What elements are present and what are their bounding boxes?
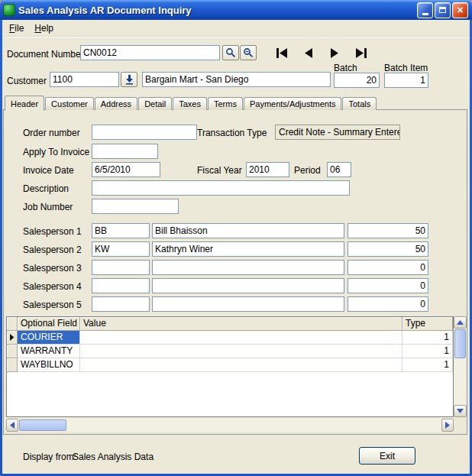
window-title: Sales Analysis AR Document Inquiry	[18, 5, 414, 16]
job-number-input[interactable]	[92, 199, 179, 214]
cell-type[interactable]: 1	[402, 358, 453, 372]
transaction-type-label: Transaction Type	[197, 128, 267, 138]
scroll-up-button[interactable]	[454, 316, 467, 329]
batch-label: Batch	[334, 63, 357, 73]
document-number-label: Document Number	[7, 49, 84, 60]
batch-item-input[interactable]	[384, 73, 428, 88]
grid-header-row: Optional Field Value Type	[7, 317, 453, 331]
salesperson-5-label: Salesperson 5	[23, 300, 82, 310]
order-number-label: Order number	[23, 128, 80, 138]
menu-help[interactable]: Help	[29, 21, 59, 35]
previous-record-icon	[303, 48, 314, 58]
vertical-scroll-thumb[interactable]	[454, 329, 466, 358]
salesperson-2-name[interactable]	[152, 241, 344, 257]
maximize-icon	[439, 7, 446, 13]
tab-strip: Header Customer Address Detail Taxes Ter…	[5, 95, 377, 110]
magnifier-plus-icon	[243, 47, 254, 58]
description-label: Description	[23, 183, 69, 194]
document-number-input[interactable]	[80, 45, 220, 60]
period-input[interactable]	[327, 162, 351, 177]
grid-header-value[interactable]: Value	[80, 317, 402, 331]
cell-optional-field[interactable]: WARRANTY	[18, 345, 80, 358]
customer-label: Customer	[7, 76, 47, 86]
customer-finder-button[interactable]	[121, 72, 137, 87]
tab-header[interactable]: Header	[5, 96, 44, 111]
grid-vertical-scrollbar[interactable]	[454, 316, 467, 417]
cell-optional-field[interactable]: WAYBILLNO	[18, 358, 80, 372]
grid-header-optional-field[interactable]: Optional Field	[18, 317, 80, 331]
salesperson-3-code[interactable]	[92, 260, 150, 275]
previous-record-button[interactable]	[299, 47, 318, 59]
grid-horizontal-scrollbar[interactable]	[6, 419, 454, 432]
scroll-down-button[interactable]	[454, 405, 467, 417]
customer-code-input[interactable]	[50, 72, 119, 87]
row-selector-current[interactable]	[7, 331, 18, 345]
menu-file[interactable]: File	[4, 21, 29, 35]
grid-row-warranty[interactable]: WARRANTY 1	[7, 345, 453, 358]
salesperson-4-code[interactable]	[92, 278, 150, 293]
cell-value[interactable]	[80, 331, 402, 345]
tab-detail[interactable]: Detail	[138, 97, 172, 110]
tab-taxes[interactable]: Taxes	[173, 97, 207, 110]
close-button[interactable]: ×	[452, 2, 468, 18]
salesperson-3-label: Salesperson 3	[23, 263, 82, 274]
horizontal-scroll-thumb[interactable]	[19, 419, 66, 431]
salesperson-1-label: Salesperson 1	[23, 226, 82, 237]
vertical-scroll-track[interactable]	[454, 359, 467, 405]
salesperson-2-percent[interactable]	[348, 241, 428, 257]
apply-to-invoice-input[interactable]	[92, 144, 158, 159]
cell-value[interactable]	[80, 358, 402, 372]
salesperson-3-name[interactable]	[152, 260, 344, 275]
cell-type[interactable]: 1	[402, 331, 453, 345]
tab-payments-adjustments[interactable]: Payments/Adjustments	[244, 97, 342, 110]
invoice-date-input[interactable]	[92, 162, 160, 177]
order-number-input[interactable]	[92, 125, 197, 140]
document-finder-button[interactable]	[222, 45, 239, 60]
close-icon: ×	[457, 5, 463, 15]
display-from-value: Sales Analysis Data	[73, 452, 154, 462]
invoice-date-label: Invoice Date	[23, 165, 74, 176]
cell-value[interactable]	[80, 345, 402, 358]
salesperson-5-percent[interactable]	[348, 296, 428, 312]
cell-optional-field[interactable]: COURIER	[18, 331, 80, 345]
tab-terms[interactable]: Terms	[208, 97, 243, 110]
titlebar[interactable]: Sales Analysis AR Document Inquiry ×	[0, 0, 472, 20]
salesperson-5-code[interactable]	[92, 296, 150, 312]
salesperson-4-percent[interactable]	[348, 278, 428, 293]
fiscal-year-input[interactable]	[246, 162, 289, 177]
first-record-button[interactable]	[272, 47, 292, 59]
grid-header-type[interactable]: Type	[402, 317, 453, 331]
salesperson-1-code[interactable]	[92, 223, 150, 238]
fiscal-year-label: Fiscal Year	[197, 165, 242, 176]
row-selector[interactable]	[7, 358, 18, 372]
minimize-button[interactable]	[417, 2, 433, 18]
salesperson-3-percent[interactable]	[348, 260, 428, 275]
grid-row-courier[interactable]: COURIER 1	[7, 331, 453, 345]
app-window: Sales Analysis AR Document Inquiry × Fil…	[0, 0, 472, 476]
row-selector[interactable]	[7, 345, 18, 358]
salesperson-2-code[interactable]	[92, 241, 150, 257]
last-record-button[interactable]	[351, 47, 371, 59]
horizontal-scroll-track[interactable]	[67, 419, 441, 432]
batch-input[interactable]	[334, 73, 380, 88]
salesperson-5-name[interactable]	[152, 296, 344, 312]
last-record-icon	[354, 48, 369, 58]
scroll-right-button[interactable]	[441, 419, 454, 432]
description-input[interactable]	[92, 180, 350, 196]
optional-fields-grid: Optional Field Value Type COURIER 1 WARR…	[6, 316, 454, 417]
salesperson-4-name[interactable]	[152, 278, 344, 293]
customer-name-input[interactable]	[142, 72, 331, 87]
salesperson-1-percent[interactable]	[348, 223, 428, 238]
tab-totals[interactable]: Totals	[342, 97, 377, 110]
grid-row-waybillno[interactable]: WAYBILLNO 1	[7, 358, 453, 372]
salesperson-4-label: Salesperson 4	[23, 281, 82, 292]
tab-customer[interactable]: Customer	[45, 97, 94, 110]
cell-type[interactable]: 1	[402, 345, 453, 358]
scroll-left-button[interactable]	[6, 419, 18, 432]
salesperson-1-name[interactable]	[152, 223, 344, 238]
document-zoom-button[interactable]	[240, 45, 257, 60]
maximize-button[interactable]	[435, 2, 451, 18]
tab-address[interactable]: Address	[95, 97, 137, 110]
next-record-button[interactable]	[325, 47, 344, 59]
exit-button[interactable]: Exit	[359, 447, 415, 465]
